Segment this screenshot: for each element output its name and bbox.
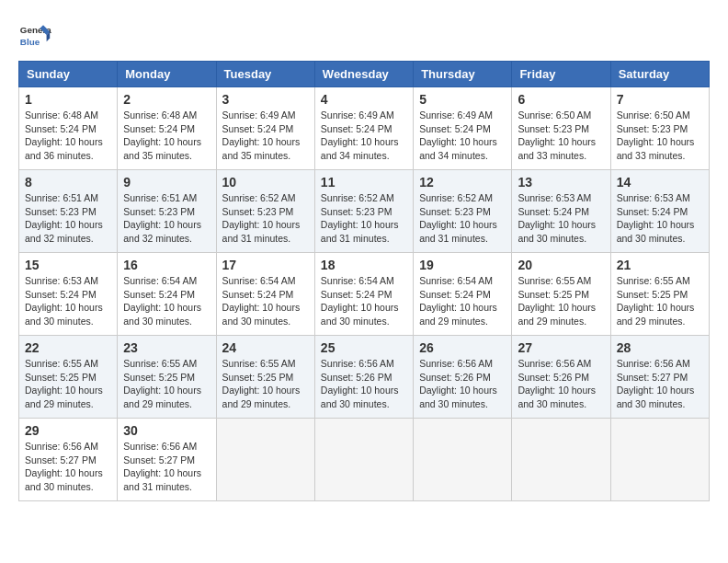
calendar-cell: 22Sunrise: 6:55 AM Sunset: 5:25 PM Dayli…: [19, 336, 118, 419]
day-number: 2: [123, 92, 210, 107]
day-number: 25: [321, 340, 407, 355]
calendar-day-header: Wednesday: [314, 62, 413, 87]
calendar-week-row: 22Sunrise: 6:55 AM Sunset: 5:25 PM Dayli…: [19, 336, 710, 419]
day-number: 7: [617, 92, 703, 107]
calendar-cell: 14Sunrise: 6:53 AM Sunset: 5:24 PM Dayli…: [610, 170, 709, 253]
calendar-table: SundayMondayTuesdayWednesdayThursdayFrid…: [18, 61, 710, 501]
calendar-cell: 19Sunrise: 6:54 AM Sunset: 5:24 PM Dayli…: [414, 253, 512, 336]
day-info: Sunrise: 6:54 AM Sunset: 5:24 PM Dayligh…: [123, 274, 210, 328]
day-number: 15: [25, 258, 111, 272]
day-number: 26: [419, 340, 506, 355]
calendar-cell: 20Sunrise: 6:55 AM Sunset: 5:25 PM Dayli…: [512, 253, 610, 336]
calendar-cell: 15Sunrise: 6:53 AM Sunset: 5:24 PM Dayli…: [19, 253, 118, 336]
day-number: 22: [25, 340, 111, 355]
calendar-week-row: 8Sunrise: 6:51 AM Sunset: 5:23 PM Daylig…: [19, 170, 710, 253]
calendar-cell: 18Sunrise: 6:54 AM Sunset: 5:24 PM Dayli…: [314, 253, 413, 336]
day-number: 5: [419, 92, 506, 107]
day-number: 10: [222, 175, 309, 190]
calendar-cell: 17Sunrise: 6:54 AM Sunset: 5:24 PM Dayli…: [216, 253, 314, 336]
calendar-week-row: 29Sunrise: 6:56 AM Sunset: 5:27 PM Dayli…: [19, 419, 710, 501]
day-info: Sunrise: 6:50 AM Sunset: 5:23 PM Dayligh…: [617, 109, 703, 163]
calendar-day-header: Tuesday: [216, 62, 314, 87]
calendar-cell: 16Sunrise: 6:54 AM Sunset: 5:24 PM Dayli…: [118, 253, 216, 336]
logo: General Blue: [18, 18, 51, 52]
day-number: 6: [518, 92, 604, 107]
calendar-cell: 27Sunrise: 6:56 AM Sunset: 5:26 PM Dayli…: [512, 336, 610, 419]
day-info: Sunrise: 6:53 AM Sunset: 5:24 PM Dayligh…: [25, 274, 111, 328]
calendar-cell: 10Sunrise: 6:52 AM Sunset: 5:23 PM Dayli…: [216, 170, 314, 253]
calendar-day-header: Friday: [512, 62, 610, 87]
calendar-cell: 24Sunrise: 6:55 AM Sunset: 5:25 PM Dayli…: [216, 336, 314, 419]
day-info: Sunrise: 6:54 AM Sunset: 5:24 PM Dayligh…: [321, 274, 407, 328]
calendar-cell: 7Sunrise: 6:50 AM Sunset: 5:23 PM Daylig…: [610, 87, 709, 170]
day-info: Sunrise: 6:55 AM Sunset: 5:25 PM Dayligh…: [25, 357, 111, 411]
day-number: 20: [518, 258, 604, 272]
day-info: Sunrise: 6:55 AM Sunset: 5:25 PM Dayligh…: [518, 274, 604, 328]
day-number: 24: [222, 340, 309, 355]
calendar-cell: 28Sunrise: 6:56 AM Sunset: 5:27 PM Dayli…: [610, 336, 709, 419]
calendar-cell: 13Sunrise: 6:53 AM Sunset: 5:24 PM Dayli…: [512, 170, 610, 253]
day-number: 12: [419, 175, 506, 190]
day-number: 29: [25, 423, 111, 438]
calendar-day-header: Saturday: [610, 62, 709, 87]
calendar-cell: 9Sunrise: 6:51 AM Sunset: 5:23 PM Daylig…: [118, 170, 216, 253]
day-info: Sunrise: 6:53 AM Sunset: 5:24 PM Dayligh…: [617, 191, 703, 246]
calendar-cell: [512, 419, 610, 501]
day-info: Sunrise: 6:49 AM Sunset: 5:24 PM Dayligh…: [419, 109, 506, 163]
calendar-cell: [216, 419, 314, 501]
day-info: Sunrise: 6:55 AM Sunset: 5:25 PM Dayligh…: [617, 274, 703, 328]
calendar-week-row: 1Sunrise: 6:48 AM Sunset: 5:24 PM Daylig…: [19, 87, 710, 170]
day-number: 18: [321, 258, 407, 272]
calendar-cell: 6Sunrise: 6:50 AM Sunset: 5:23 PM Daylig…: [512, 87, 610, 170]
day-info: Sunrise: 6:49 AM Sunset: 5:24 PM Dayligh…: [222, 109, 309, 163]
calendar-cell: 8Sunrise: 6:51 AM Sunset: 5:23 PM Daylig…: [19, 170, 118, 253]
day-number: 19: [419, 258, 506, 272]
day-number: 27: [518, 340, 604, 355]
calendar-cell: 11Sunrise: 6:52 AM Sunset: 5:23 PM Dayli…: [314, 170, 413, 253]
day-number: 13: [518, 175, 604, 190]
day-info: Sunrise: 6:55 AM Sunset: 5:25 PM Dayligh…: [123, 357, 210, 411]
calendar-cell: 29Sunrise: 6:56 AM Sunset: 5:27 PM Dayli…: [19, 419, 118, 501]
day-info: Sunrise: 6:51 AM Sunset: 5:23 PM Dayligh…: [25, 191, 111, 246]
calendar-header-row: SundayMondayTuesdayWednesdayThursdayFrid…: [19, 62, 710, 87]
day-info: Sunrise: 6:56 AM Sunset: 5:26 PM Dayligh…: [518, 357, 604, 411]
day-number: 8: [25, 175, 111, 190]
calendar-cell: 23Sunrise: 6:55 AM Sunset: 5:25 PM Dayli…: [118, 336, 216, 419]
calendar-cell: 3Sunrise: 6:49 AM Sunset: 5:24 PM Daylig…: [216, 87, 314, 170]
day-info: Sunrise: 6:51 AM Sunset: 5:23 PM Dayligh…: [123, 191, 210, 246]
calendar-cell: 1Sunrise: 6:48 AM Sunset: 5:24 PM Daylig…: [19, 87, 118, 170]
calendar-day-header: Sunday: [19, 62, 118, 87]
day-number: 28: [617, 340, 703, 355]
day-info: Sunrise: 6:55 AM Sunset: 5:25 PM Dayligh…: [222, 357, 309, 411]
day-number: 1: [25, 92, 111, 107]
day-number: 17: [222, 258, 309, 272]
day-number: 16: [123, 258, 210, 272]
page-header: General Blue: [18, 18, 710, 52]
day-number: 14: [617, 175, 703, 190]
day-info: Sunrise: 6:54 AM Sunset: 5:24 PM Dayligh…: [222, 274, 309, 328]
day-number: 4: [321, 92, 407, 107]
day-number: 9: [123, 175, 210, 190]
day-number: 30: [123, 423, 210, 438]
day-info: Sunrise: 6:52 AM Sunset: 5:23 PM Dayligh…: [321, 191, 407, 246]
day-info: Sunrise: 6:50 AM Sunset: 5:23 PM Dayligh…: [518, 109, 604, 163]
day-number: 21: [617, 258, 703, 272]
day-info: Sunrise: 6:48 AM Sunset: 5:24 PM Dayligh…: [25, 109, 111, 163]
calendar-cell: [610, 419, 709, 501]
day-number: 23: [123, 340, 210, 355]
calendar-cell: 26Sunrise: 6:56 AM Sunset: 5:26 PM Dayli…: [414, 336, 512, 419]
day-info: Sunrise: 6:56 AM Sunset: 5:27 PM Dayligh…: [123, 440, 210, 494]
day-info: Sunrise: 6:56 AM Sunset: 5:27 PM Dayligh…: [25, 440, 111, 494]
day-info: Sunrise: 6:54 AM Sunset: 5:24 PM Dayligh…: [419, 274, 506, 328]
calendar-cell: 21Sunrise: 6:55 AM Sunset: 5:25 PM Dayli…: [610, 253, 709, 336]
calendar-cell: [314, 419, 413, 501]
calendar-cell: 30Sunrise: 6:56 AM Sunset: 5:27 PM Dayli…: [118, 419, 216, 501]
svg-text:Blue: Blue: [20, 37, 40, 47]
day-info: Sunrise: 6:48 AM Sunset: 5:24 PM Dayligh…: [123, 109, 210, 163]
day-info: Sunrise: 6:53 AM Sunset: 5:24 PM Dayligh…: [518, 191, 604, 246]
logo-icon: General Blue: [18, 18, 51, 52]
calendar-cell: 12Sunrise: 6:52 AM Sunset: 5:23 PM Dayli…: [414, 170, 512, 253]
day-info: Sunrise: 6:56 AM Sunset: 5:27 PM Dayligh…: [617, 357, 703, 411]
day-info: Sunrise: 6:56 AM Sunset: 5:26 PM Dayligh…: [321, 357, 407, 411]
calendar-cell: 25Sunrise: 6:56 AM Sunset: 5:26 PM Dayli…: [314, 336, 413, 419]
